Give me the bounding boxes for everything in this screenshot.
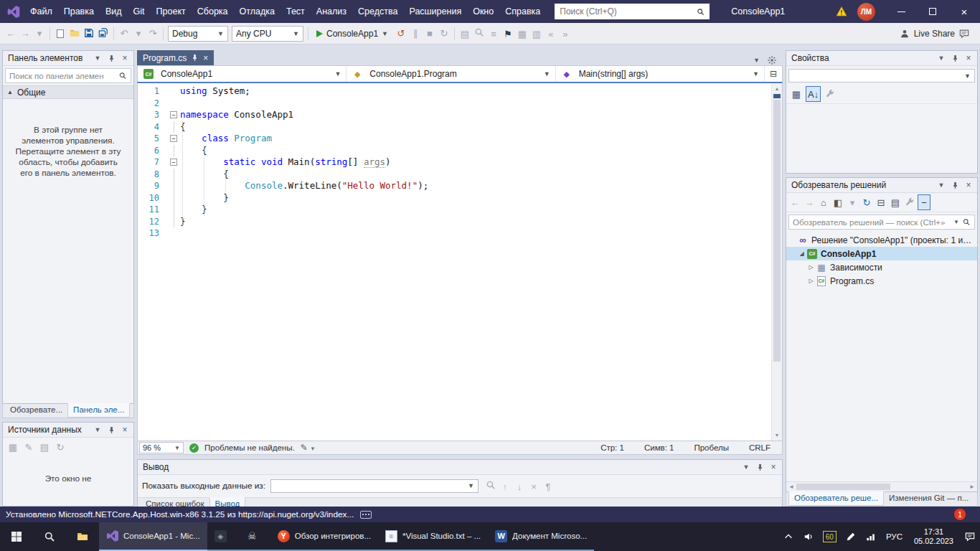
scrollbar-track[interactable] bbox=[772, 94, 782, 430]
close-icon[interactable]: × bbox=[963, 179, 974, 191]
scroll-left-icon[interactable]: ◄ bbox=[786, 484, 796, 490]
navigate-backward-icon[interactable]: ← bbox=[4, 26, 18, 42]
open-file-icon[interactable] bbox=[67, 25, 82, 41]
stop-debugging-icon[interactable]: ■ bbox=[423, 26, 437, 42]
code-line-5[interactable]: 5− class Program bbox=[138, 133, 771, 145]
selected-object-combo[interactable]: ▼ bbox=[788, 69, 975, 83]
menu-item-10[interactable]: Средства bbox=[352, 0, 403, 23]
account-avatar[interactable]: ЛМ bbox=[857, 3, 875, 21]
add-data-source-icon[interactable]: ▦ bbox=[6, 439, 20, 455]
decrease-indent-icon[interactable]: « bbox=[544, 27, 558, 42]
tab-server-explorer[interactable]: Обозревате... bbox=[5, 404, 67, 418]
taskbar-search-button[interactable] bbox=[33, 522, 66, 551]
pin-icon[interactable] bbox=[105, 52, 117, 64]
redo-icon[interactable]: ↷ bbox=[146, 26, 160, 42]
hidden-icons-button[interactable] bbox=[778, 522, 798, 551]
split-editor-icon[interactable]: ⊟ bbox=[765, 66, 782, 82]
collapse-region-button[interactable]: − bbox=[170, 159, 177, 166]
code-line-1[interactable]: 1using System; bbox=[138, 85, 771, 98]
menu-item-7[interactable]: Отладка bbox=[234, 0, 281, 23]
tab-solution-explorer[interactable]: Обозреватель реше... bbox=[788, 491, 884, 506]
document-outline-icon[interactable]: ≡ bbox=[486, 27, 501, 42]
edit-mode-icon[interactable]: ✎ ▼ bbox=[301, 443, 316, 453]
views-dropdown-icon[interactable]: ▾ bbox=[846, 194, 859, 210]
increase-indent-icon[interactable]: » bbox=[558, 27, 573, 42]
code-line-11[interactable]: 11 } bbox=[138, 204, 771, 216]
menu-item-13[interactable]: Справка bbox=[499, 0, 546, 23]
active-files-dropdown-icon[interactable]: ▼ bbox=[753, 57, 760, 64]
expander-icon[interactable]: ▷ bbox=[806, 264, 816, 270]
code-line-3[interactable]: 3−namespace ConsoleApp1 bbox=[138, 109, 771, 121]
find-in-files-icon[interactable] bbox=[472, 24, 486, 40]
notifications-warning-icon[interactable] bbox=[836, 6, 849, 17]
window-position-icon[interactable]: ▼ bbox=[92, 424, 103, 435]
action-center-button[interactable] bbox=[960, 522, 980, 551]
line-ending-indicator[interactable]: CRLF bbox=[739, 443, 781, 452]
scroll-up-icon[interactable]: ▲ bbox=[772, 83, 782, 94]
code-line-12[interactable]: 12} bbox=[138, 216, 771, 228]
tree-item-4[interactable]: ▷Program.cs bbox=[786, 274, 977, 288]
line-indicator[interactable]: Стр: 1 bbox=[590, 443, 634, 452]
scrollbar-thumb[interactable] bbox=[796, 484, 890, 490]
property-pages-icon[interactable] bbox=[823, 86, 837, 102]
code-line-8[interactable]: 8 { bbox=[138, 169, 771, 181]
scroll-down-icon[interactable]: ▼ bbox=[772, 430, 782, 441]
clock[interactable]: 17:31 05.02.2023 bbox=[908, 527, 960, 546]
taskbar-button-word[interactable]: Документ Microso... bbox=[488, 522, 594, 551]
window-position-icon[interactable]: ▼ bbox=[936, 52, 947, 64]
collapse-region-button[interactable]: − bbox=[170, 111, 177, 118]
show-all-files-icon[interactable]: ▤ bbox=[889, 194, 902, 210]
comment-selection-icon[interactable]: ▦ bbox=[515, 27, 529, 42]
undo-dropdown-icon[interactable]: ▾ bbox=[131, 26, 146, 42]
solution-platforms-combo[interactable]: Any CPU▼ bbox=[232, 26, 303, 42]
restart-icon[interactable]: ↻ bbox=[437, 26, 451, 42]
toolbox-section-general[interactable]: ▲ Общие bbox=[3, 85, 133, 99]
menu-item-5[interactable]: Проект bbox=[151, 0, 192, 23]
menu-item-2[interactable]: Правка bbox=[58, 0, 100, 23]
sync-with-active-document-icon[interactable]: − bbox=[918, 194, 930, 210]
menu-item-6[interactable]: Сборка bbox=[192, 0, 234, 23]
project-dropdown[interactable]: ConsoleApp1 ▼ bbox=[138, 66, 347, 82]
refresh-icon[interactable]: ↻ bbox=[860, 194, 873, 210]
window-position-icon[interactable]: ▼ bbox=[936, 179, 947, 191]
live-share-button[interactable]: Live Share bbox=[914, 29, 955, 39]
language-indicator[interactable]: РУС bbox=[881, 522, 908, 551]
bookmark-icon[interactable]: ⚑ bbox=[501, 27, 515, 42]
code-line-7[interactable]: 7− static void Main(string[] args) bbox=[138, 156, 771, 169]
live-share-icon[interactable] bbox=[900, 29, 910, 39]
home-icon[interactable]: ⌂ bbox=[817, 194, 830, 210]
menu-item-8[interactable]: Тест bbox=[281, 0, 311, 23]
taskbar-button-app-dark[interactable] bbox=[207, 522, 239, 551]
hot-reload-icon[interactable]: ↺ bbox=[394, 26, 408, 42]
menu-item-1[interactable]: Файл bbox=[24, 0, 58, 23]
start-debugging-button[interactable]: ConsoleApp1 ▼ bbox=[311, 26, 393, 42]
next-message-icon[interactable]: ↓ bbox=[512, 479, 527, 495]
column-indicator[interactable]: Симв: 1 bbox=[634, 443, 684, 452]
code-line-10[interactable]: 10 } bbox=[138, 192, 771, 204]
code-line-13[interactable]: 13 bbox=[138, 227, 771, 240]
quick-search-input[interactable]: Поиск (Ctrl+Q) bbox=[555, 4, 710, 19]
network-icon[interactable] bbox=[861, 522, 881, 551]
toolbox-search-input[interactable]: Поиск по панели элемен bbox=[5, 68, 131, 83]
code-line-2[interactable]: 2 bbox=[138, 98, 771, 110]
window-position-icon[interactable]: ▼ bbox=[92, 52, 103, 64]
menu-item-3[interactable]: Вид bbox=[100, 0, 128, 23]
code-surface[interactable]: 1using System;23−namespace ConsoleApp14{… bbox=[138, 83, 771, 441]
break-all-icon[interactable]: ∥ bbox=[408, 26, 423, 42]
horizontal-scrollbar[interactable]: ◄ ► bbox=[786, 481, 977, 491]
pin-icon[interactable] bbox=[105, 424, 117, 435]
scrollbar-thumb[interactable] bbox=[773, 100, 781, 362]
save-icon[interactable] bbox=[82, 25, 96, 41]
feedback-icon[interactable] bbox=[959, 29, 969, 39]
show-all-files-icon[interactable]: ▤ bbox=[458, 27, 472, 42]
undo-icon[interactable]: ↶ bbox=[117, 26, 131, 42]
switch-views-icon[interactable]: ◧ bbox=[831, 194, 844, 210]
file-explorer-button[interactable] bbox=[66, 522, 99, 551]
close-button[interactable]: × bbox=[948, 0, 980, 23]
find-message-icon[interactable] bbox=[484, 477, 498, 493]
taskbar-button-browser[interactable]: Обзор интегриров... bbox=[270, 522, 378, 551]
expander-icon[interactable]: ◢ bbox=[797, 250, 806, 257]
clear-all-icon[interactable]: × bbox=[527, 479, 541, 495]
gear-icon[interactable] bbox=[767, 55, 777, 65]
edit-data-source-icon[interactable]: ✎ bbox=[22, 439, 36, 455]
